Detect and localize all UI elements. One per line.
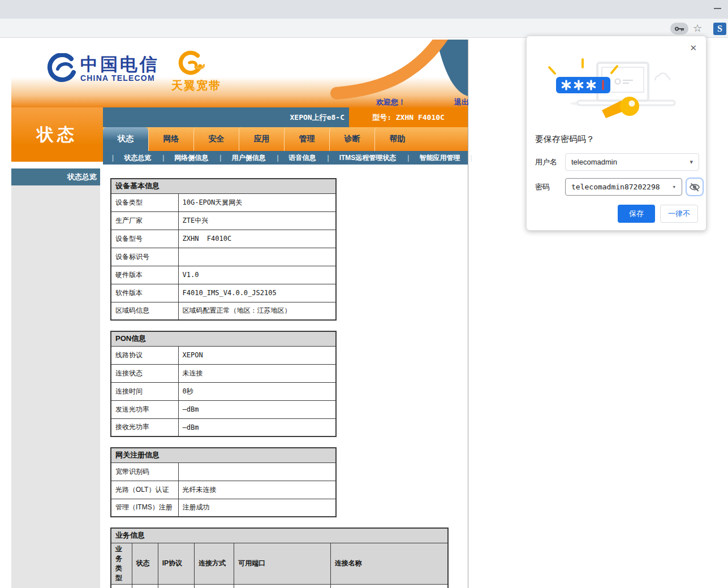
table-title: 设备基本信息 bbox=[111, 179, 336, 193]
tianyi-logo-icon bbox=[176, 50, 205, 78]
row-value bbox=[178, 462, 336, 481]
cell-service-type bbox=[111, 584, 132, 588]
col-header: IP协议 bbox=[158, 543, 194, 584]
minimize-icon[interactable] bbox=[714, 8, 721, 9]
row-value: 光纤未连接 bbox=[178, 481, 336, 499]
cell-status: 不可用 bbox=[132, 584, 158, 588]
subnav-network-side[interactable]: 网络侧信息 bbox=[157, 153, 214, 163]
tab-management[interactable]: 管理 bbox=[284, 127, 329, 151]
china-telecom-logo-icon bbox=[46, 53, 78, 85]
brand-en: CHINA TELECOM bbox=[80, 74, 160, 83]
extension-icon[interactable]: S bbox=[713, 23, 726, 35]
tab-status[interactable]: 状态 bbox=[103, 127, 148, 151]
save-button[interactable]: 保存 bbox=[618, 205, 655, 223]
tab-network[interactable]: 网络 bbox=[148, 127, 193, 151]
password-select[interactable]: telecomadmin87202298 ▾ bbox=[565, 178, 682, 196]
password-label: 密码 bbox=[535, 182, 550, 192]
broadband-logo-text: 天翼宽带 bbox=[171, 78, 221, 93]
row-value: V1.0 bbox=[178, 266, 336, 284]
welcome-text: 欢迎您！ bbox=[376, 97, 406, 107]
row-label: 软件版本 bbox=[111, 284, 178, 302]
device-info-table: 设备基本信息 设备类型10G-EPON天翼网关 生产厂家ZTE中兴 设备型号ZX… bbox=[110, 178, 337, 321]
sidebar-item-status-overview[interactable]: 状态总览 bbox=[11, 168, 100, 185]
row-value: ZTE中兴 bbox=[178, 211, 336, 230]
row-label: 管理（ITMS）注册 bbox=[111, 499, 178, 517]
cell-ip-protocol: IPv4 bbox=[158, 584, 194, 588]
col-header: 状态 bbox=[132, 543, 158, 584]
row-label: 发送光功率 bbox=[111, 400, 178, 418]
row-label: 线路协议 bbox=[111, 346, 178, 364]
sidebar-panel bbox=[11, 185, 100, 588]
bookmark-star-icon[interactable]: ☆ bbox=[691, 22, 704, 34]
row-value: XEPON bbox=[178, 346, 336, 364]
row-value bbox=[178, 248, 336, 266]
row-label: 设备类型 bbox=[111, 193, 178, 211]
row-value: 未连接 bbox=[178, 364, 336, 382]
tab-application[interactable]: 应用 bbox=[239, 127, 284, 151]
screen: ☆ S bbox=[0, 0, 728, 588]
subnav-itms[interactable]: ITMS远程管理状态 bbox=[322, 153, 402, 163]
row-label: 宽带识别码 bbox=[111, 462, 178, 481]
subnav-smart-app[interactable]: 智能应用管理 bbox=[402, 153, 477, 163]
col-header: 连接方式 bbox=[194, 543, 234, 584]
col-header: 业务类型 bbox=[111, 543, 132, 584]
row-label: 区域码信息 bbox=[111, 302, 178, 320]
toggle-password-visibility-button[interactable] bbox=[686, 178, 704, 196]
brand-cn: 中国电信 bbox=[80, 55, 160, 74]
password-key-icon[interactable] bbox=[670, 23, 688, 34]
row-value: 区域码配置正常（地区：江苏地区） bbox=[178, 302, 336, 320]
china-telecom-logo-text: 中国电信 CHINA TELECOM bbox=[80, 55, 160, 83]
col-header: 连接名称 bbox=[330, 543, 448, 584]
username-label: 用户名 bbox=[535, 157, 557, 167]
page-header: 中国电信 CHINA TELECOM 天翼宽带 欢迎您！ 退出 bbox=[11, 40, 468, 107]
row-value: 10G-EPON天翼网关 bbox=[178, 193, 336, 211]
row-label: 连接状态 bbox=[111, 364, 178, 382]
subnav-user-side[interactable]: 用户侧信息 bbox=[214, 153, 271, 163]
save-password-dialog: ✕ 要保存密码吗？ 用户名 tele bbox=[526, 36, 707, 231]
row-value: ZXHN F4010C bbox=[178, 230, 336, 248]
row-value: F4010_IMS_V4.0.0_JS2105 bbox=[178, 284, 336, 302]
model-bar: XEPON上行e8-C 型号: ZXHN F4010C bbox=[103, 107, 468, 127]
row-value: 0秒 bbox=[178, 382, 336, 400]
chevron-down-icon: ▾ bbox=[672, 183, 676, 191]
row-value: —dBm bbox=[178, 418, 336, 436]
password-illustration bbox=[538, 47, 679, 123]
chevron-down-icon: ▾ bbox=[690, 158, 693, 166]
key-head bbox=[620, 97, 639, 116]
tab-diagnosis[interactable]: 诊断 bbox=[329, 127, 374, 151]
sidebar-header: 状态 bbox=[11, 107, 103, 162]
key-glyph bbox=[674, 25, 684, 33]
row-label: 硬件版本 bbox=[111, 266, 178, 284]
row-label: 设备型号 bbox=[111, 230, 178, 248]
row-label: 连接时间 bbox=[111, 382, 178, 400]
browser-toolbar bbox=[0, 19, 728, 38]
gateway-register-table: 网关注册信息 宽带识别码 光路（OLT）认证光纤未连接 管理（ITMS）注册注册… bbox=[110, 447, 337, 517]
tab-help[interactable]: 帮助 bbox=[374, 127, 420, 151]
cell-ports: 有线：网口1，网口3，网口4 bbox=[234, 584, 331, 588]
username-select[interactable]: telecomadmin ▾ bbox=[565, 153, 699, 171]
row-label: 接收光功率 bbox=[111, 418, 178, 436]
welcome-row: 欢迎您！ 退出 bbox=[23, 96, 479, 107]
uplink-label: XEPON上行e8-C bbox=[290, 113, 344, 123]
main-tabbar: 状态 网络 安全 应用 管理 诊断 帮助 bbox=[103, 127, 468, 151]
tab-security[interactable]: 安全 bbox=[193, 127, 239, 151]
dialog-title: 要保存密码吗？ bbox=[535, 134, 595, 145]
row-value: 注册成功 bbox=[178, 499, 336, 517]
sidebar-title: 状态 bbox=[37, 123, 77, 146]
never-button[interactable]: 一律不 bbox=[660, 205, 698, 223]
row-label: 生产厂家 bbox=[111, 211, 178, 230]
eye-off-icon bbox=[689, 181, 700, 193]
subnav-voice[interactable]: 语音信息 bbox=[271, 153, 321, 163]
row-label: 设备标识号 bbox=[111, 248, 178, 266]
close-icon[interactable]: ✕ bbox=[687, 41, 699, 55]
page-edge-line bbox=[468, 40, 468, 588]
password-value: telecomadmin87202298 bbox=[571, 183, 660, 191]
pon-info-table: PON信息 线路协议XEPON 连接状态未连接 连接时间0秒 发送光功率—dBm… bbox=[110, 331, 337, 437]
username-value: telecomadmin bbox=[571, 158, 617, 166]
browser-tabstrip bbox=[0, 0, 728, 19]
logout-link[interactable]: 退出 bbox=[454, 97, 469, 107]
subnav-status-overview[interactable]: 状态总览 bbox=[106, 153, 157, 163]
col-header: 可用端口 bbox=[234, 543, 331, 584]
service-info-table: 业务信息 业务类型 状态 IP协议 连接方式 可用端口 连接名称 不可用 IPv… bbox=[110, 528, 449, 588]
cell-connect-mode: 路由(网关拨号) bbox=[194, 584, 234, 588]
